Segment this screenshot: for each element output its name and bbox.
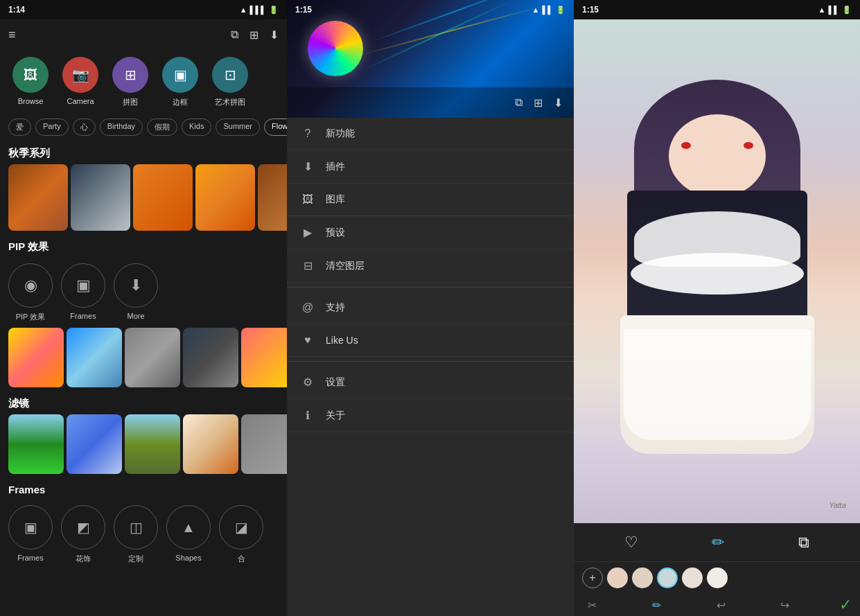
p3-status-icons: ▲ ▌▌ 🔋 xyxy=(818,6,852,15)
tag-summer[interactable]: Summer xyxy=(216,118,260,136)
border-action[interactable]: ▣ 边框 xyxy=(158,57,202,107)
autumn-photo-2[interactable] xyxy=(71,164,130,231)
collage-action[interactable]: ⊞ 拼图 xyxy=(108,57,152,107)
menu-support[interactable]: @ 支持 xyxy=(287,292,574,324)
color-dot-1[interactable] xyxy=(607,567,628,588)
autumn-photo-3[interactable] xyxy=(133,164,193,231)
menu-about[interactable]: ℹ 关于 xyxy=(287,399,574,432)
menu-presets[interactable]: ▶ 预设 xyxy=(287,216,574,249)
pip-photo-5[interactable] xyxy=(241,328,287,387)
camera-action[interactable]: 📷 Camera xyxy=(58,57,103,107)
frame-combine-label: 合 xyxy=(238,554,245,564)
p2-download-icon[interactable]: ⬇ xyxy=(554,96,563,109)
frame-custom-item[interactable]: ◫ 定制 xyxy=(114,505,158,564)
autumn-photo-4[interactable] xyxy=(195,164,255,231)
p3-bottom-toolbar: ♡ ✏ ⧉ + ✂ ✏ ↩ ↪ ✓ xyxy=(574,523,860,616)
browse-action[interactable]: 🖼 Browse xyxy=(8,57,53,107)
pip-photo-2[interactable] xyxy=(67,328,122,387)
gallery-icon[interactable]: ⊞ xyxy=(249,28,258,42)
p2-layers-icon[interactable]: ⧉ xyxy=(515,96,523,109)
browse-label: Browse xyxy=(18,97,44,105)
collage-icon: ⊞ xyxy=(112,57,148,93)
signal-icon: ▌▌▌ xyxy=(250,6,266,14)
menu-plugins[interactable]: ⬇ 插件 xyxy=(287,150,574,184)
p2-time: 1:15 xyxy=(295,5,312,15)
frame-custom-label: 定制 xyxy=(128,554,143,564)
border-label: 边框 xyxy=(173,97,188,107)
pip-photo-1[interactable] xyxy=(8,328,64,387)
status-bar-1: 1:14 ▲ ▌▌▌ 🔋 xyxy=(0,0,287,19)
art-icon: ⊡ xyxy=(212,57,248,93)
tag-flowers[interactable]: Flowers xyxy=(264,118,287,136)
filter-photo-2[interactable] xyxy=(67,414,122,474)
status-icons-1: ▲ ▌▌▌ 🔋 xyxy=(240,6,279,15)
frame-frames-icon: ▣ xyxy=(8,505,53,549)
pip-frames-item[interactable]: ▣ Frames xyxy=(61,263,105,322)
filter-photo-1[interactable] xyxy=(8,414,64,474)
menu-library[interactable]: 🖼 图库 xyxy=(287,184,574,216)
scissors-icon[interactable]: ✂ xyxy=(582,596,602,615)
clear-icon: ⊟ xyxy=(301,259,315,272)
undo-icon[interactable]: ↩ xyxy=(711,596,731,615)
p3-tools-row: ♡ ✏ ⧉ xyxy=(574,523,860,562)
tag-birthday[interactable]: Birthday xyxy=(100,118,143,136)
menu-clear[interactable]: ⊟ 清空图层 xyxy=(287,249,574,283)
pip-photo-4[interactable] xyxy=(183,328,238,387)
pip-more-item[interactable]: ⬇ More xyxy=(114,263,158,322)
filter-photo-4[interactable] xyxy=(183,414,238,474)
p2-gallery-icon[interactable]: ⊞ xyxy=(534,96,543,109)
artist-signature: Yatta xyxy=(829,501,846,509)
menu-like-us[interactable]: ♥ Like Us xyxy=(287,324,574,357)
menu-new-features[interactable]: ? 新功能 xyxy=(287,118,574,150)
tag-kids[interactable]: Kids xyxy=(182,118,211,136)
frame-frames-item[interactable]: ▣ Frames xyxy=(8,505,53,564)
copy-layers-icon[interactable]: ⧉ xyxy=(231,28,238,41)
pip-photo-3[interactable] xyxy=(125,328,180,387)
download-icon[interactable]: ⬇ xyxy=(270,28,279,42)
layers-tool-icon[interactable]: ⧉ xyxy=(794,529,814,556)
add-color-button[interactable]: + xyxy=(582,567,603,588)
browse-icon: 🖼 xyxy=(12,57,49,93)
tag-heart[interactable]: 心 xyxy=(73,118,96,136)
art-action[interactable]: ⊡ 艺术拼图 xyxy=(208,57,252,107)
anime-illustration: 🍁 🍂 🍁 🍁 🍂 🍁 🍁 xyxy=(574,19,860,523)
pip-frames-icon: ▣ xyxy=(61,263,105,308)
frame-floral-item[interactable]: ◩ 花饰 xyxy=(61,505,105,564)
filter-photo-3[interactable] xyxy=(125,414,180,474)
autumn-photo-1[interactable] xyxy=(8,164,68,231)
section-filters: 滤镜 xyxy=(0,390,287,414)
frame-shapes-item[interactable]: ▲ Shapes xyxy=(166,505,211,564)
pip-effect-item[interactable]: ◉ PIP 效果 xyxy=(8,263,53,322)
p2-header-image: 1:15 ▲ ▌▌ 🔋 ⧉ ⊞ ⬇ xyxy=(287,0,574,118)
p2-wifi-icon: ▲ xyxy=(532,6,540,14)
color-dot-2[interactable] xyxy=(632,567,653,588)
like-us-icon: ♥ xyxy=(301,334,315,346)
menu-settings[interactable]: ⚙ 设置 xyxy=(287,366,574,399)
redo-icon[interactable]: ↪ xyxy=(775,596,795,615)
color-dot-5[interactable] xyxy=(707,567,728,588)
heart-tool-icon[interactable]: ♡ xyxy=(620,529,642,556)
confirm-icon[interactable]: ✓ xyxy=(839,596,852,614)
frame-floral-label: 花饰 xyxy=(76,554,91,564)
frame-combine-item[interactable]: ◪ 合 xyxy=(219,505,263,564)
p3-colors-row: + xyxy=(574,562,860,594)
tag-holiday[interactable]: 假期 xyxy=(147,118,177,136)
new-features-icon: ? xyxy=(301,127,315,140)
tag-party[interactable]: Party xyxy=(35,118,69,136)
support-icon: @ xyxy=(301,301,315,314)
color-dot-4[interactable] xyxy=(682,567,703,588)
wifi-icon: ▲ xyxy=(240,6,247,14)
section-pip: PIP 效果 xyxy=(0,234,287,258)
about-label: 关于 xyxy=(326,410,345,422)
panel-2: 1:15 ▲ ▌▌ 🔋 ⧉ ⊞ ⬇ Kids Summer Flowers N xyxy=(287,0,574,616)
p3-status-bar: 1:15 ▲ ▌▌ 🔋 xyxy=(574,0,860,19)
autumn-photo-5[interactable] xyxy=(258,164,287,231)
tag-love[interactable]: 爱 xyxy=(8,118,31,136)
color-dot-3-selected[interactable] xyxy=(657,567,678,588)
pen-action-icon[interactable]: ✏ xyxy=(647,596,667,615)
panel-1: 1:14 ▲ ▌▌▌ 🔋 ≡ ⧉ ⊞ ⬇ 🖼 Browse 📷 Camera ⊞… xyxy=(0,0,287,616)
art-label: 艺术拼图 xyxy=(215,97,245,107)
pen-tool-icon[interactable]: ✏ xyxy=(708,529,728,556)
filter-photo-5[interactable] xyxy=(241,414,287,474)
menu-icon[interactable]: ≡ xyxy=(8,28,225,42)
